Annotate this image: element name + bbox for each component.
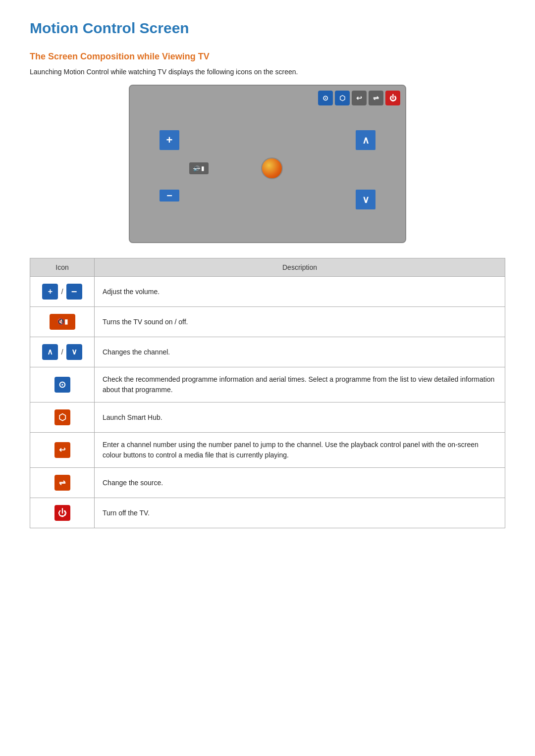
table-row: ⏻ Turn off the TV. [30, 498, 505, 528]
slash-separator: / [61, 286, 63, 298]
guide-row-icon: ⊙ [54, 377, 70, 393]
tv-screen-mockup: ⊙ ⬡ ↩ ⇌ ⏻ + − 🔊 ▮ ∧ ∨ [129, 85, 406, 243]
source-row-icon: ⇌ [54, 475, 70, 491]
vol-plus-icon: + [160, 130, 179, 150]
slash-sep2: / [61, 347, 63, 358]
ch-down-icon: ∨ [356, 190, 375, 209]
row-icon-guide: ⊙ [30, 367, 95, 403]
minus-icon: − [66, 284, 82, 300]
col-header-icon: Icon [30, 258, 95, 277]
plus-icon: + [42, 284, 58, 300]
col-header-desc: Description [95, 258, 505, 277]
mute-icon: 🔊 ▮ [189, 162, 209, 174]
row-icon-num: ↩ [30, 433, 95, 468]
row-icon-mute: 🔇▮ [30, 307, 95, 337]
row-desc-guide: Check the recommended programme informat… [95, 367, 505, 403]
page-title: Motion Control Screen [30, 20, 505, 37]
row-icon-vol: + / − [30, 277, 95, 307]
ch-up-row-icon: ∧ [42, 344, 58, 360]
section-title: The Screen Composition while Viewing TV [30, 51, 505, 62]
num-row-icon: ↩ [54, 442, 70, 458]
power-row-icon: ⏻ [54, 505, 70, 521]
table-row: ∧ / ∨ Changes the channel. [30, 337, 505, 367]
row-desc-power: Turn off the TV. [95, 498, 505, 528]
ch-up-icon: ∧ [356, 130, 375, 150]
row-icon-power: ⏻ [30, 498, 95, 528]
toolbar-guide-icon: ⊙ [318, 91, 333, 105]
row-desc-vol: Adjust the volume. [95, 277, 505, 307]
toolbar-source-icon: ⇌ [369, 91, 383, 105]
row-desc-ch: Changes the channel. [95, 337, 505, 367]
toolbar-power-icon: ⏻ [385, 91, 400, 105]
row-icon-source: ⇌ [30, 468, 95, 498]
row-desc-mute: Turns the TV sound on / off. [95, 307, 505, 337]
motion-cursor-icon [261, 157, 283, 179]
table-row: + / − Adjust the volume. [30, 277, 505, 307]
table-row: ↩ Enter a channel number using the numbe… [30, 433, 505, 468]
row-icon-smarthub: ⬡ [30, 403, 95, 433]
row-desc-source: Change the source. [95, 468, 505, 498]
toolbar-num-icon: ↩ [352, 91, 367, 105]
row-icon-ch: ∧ / ∨ [30, 337, 95, 367]
mute-row-icon: 🔇▮ [50, 314, 75, 330]
smarthub-row-icon: ⬡ [54, 409, 70, 425]
icon-description-table: Icon Description + / − Adjust the volume… [30, 258, 505, 528]
row-desc-num: Enter a channel number using the number … [95, 433, 505, 468]
vol-minus-icon: − [160, 190, 179, 202]
table-row: 🔇▮ Turns the TV sound on / off. [30, 307, 505, 337]
toolbar-smarthub-icon: ⬡ [335, 91, 350, 105]
intro-text: Launching Motion Control while watching … [30, 68, 505, 76]
tv-toolbar: ⊙ ⬡ ↩ ⇌ ⏻ [318, 91, 400, 105]
ch-down-row-icon: ∨ [66, 344, 82, 360]
table-row: ⇌ Change the source. [30, 468, 505, 498]
table-row: ⊙ Check the recommended programme inform… [30, 367, 505, 403]
table-row: ⬡ Launch Smart Hub. [30, 403, 505, 433]
row-desc-smarthub: Launch Smart Hub. [95, 403, 505, 433]
